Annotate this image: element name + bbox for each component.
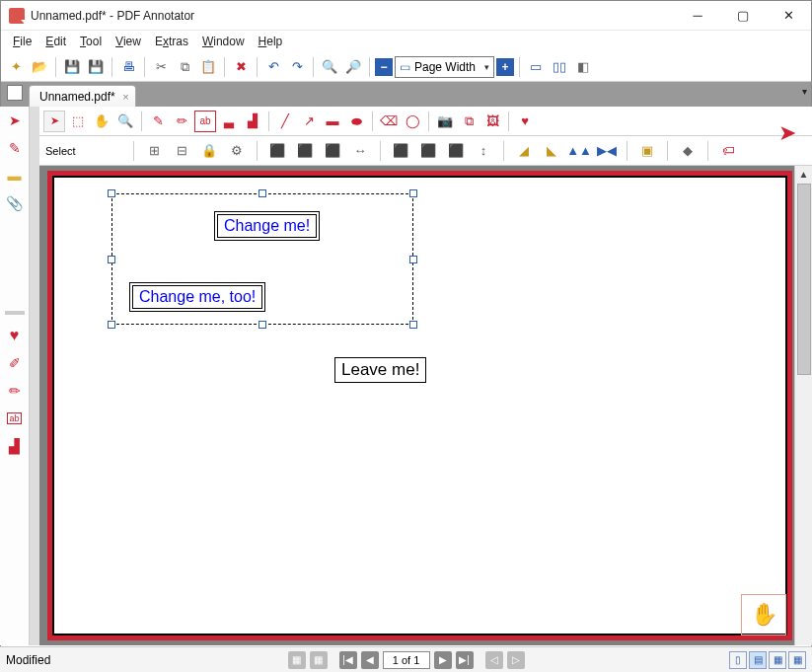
flip-h-button[interactable]: ▲▲ [568,140,590,162]
pen-annot[interactable]: ✎ [147,111,169,132]
text-tool[interactable]: ab [4,408,26,429]
bring-front-button[interactable]: ▣ [636,140,658,162]
menu-window[interactable]: Window [196,33,251,50]
tag-button[interactable]: 🏷 [717,140,739,162]
view-two-button[interactable]: ▦ [769,651,786,669]
group-button[interactable]: ⊞ [143,140,165,162]
tab-dropdown-icon[interactable]: ▾ [802,86,807,97]
zoom-out-button[interactable]: − [375,58,393,76]
delete-button[interactable]: ✖ [230,56,252,78]
pan-button[interactable]: ✋ [741,594,786,635]
nav-forward-button[interactable]: ▷ [507,651,525,669]
scroll-thumb[interactable] [797,184,811,375]
zoom-tool[interactable]: 🔍 [114,111,136,132]
nav-back-button[interactable]: ◁ [485,651,503,669]
next-page-button[interactable]: ▶ [434,651,452,669]
maximize-button[interactable]: ▢ [720,1,766,31]
close-tab-icon[interactable]: × [122,91,128,103]
rotate-right-button[interactable]: ◣ [541,140,562,162]
sidebar-splitter[interactable] [30,107,39,645]
open-button[interactable]: 📂 [29,56,50,78]
ungroup-button[interactable]: ⊟ [171,140,192,162]
scroll-up-icon[interactable]: ▲ [796,166,812,182]
eraser-tool[interactable]: ⌫ [378,111,400,132]
rotate-left-button[interactable]: ◢ [513,140,535,162]
paste-button[interactable]: 📋 [197,56,219,78]
align-right-button[interactable]: ⬛ [322,140,343,162]
resize-handle-sw[interactable] [108,321,115,329]
eraser-stroke-tool[interactable]: ◯ [402,111,423,132]
print-button[interactable]: 🖶 [117,56,139,78]
new-button[interactable]: ✦ [5,56,27,78]
close-button[interactable]: ✕ [766,1,811,31]
distribute-v-button[interactable]: ↕ [473,140,494,162]
resize-handle-nw[interactable] [108,189,115,197]
search-button[interactable]: 🔎 [342,56,364,78]
note-tool[interactable]: ▬ [4,165,26,187]
text-annot[interactable]: ab [194,111,216,132]
save-button[interactable]: 💾 [61,56,83,78]
page-canvas[interactable]: Change me! Change me, too! Leave me! [47,171,792,640]
resize-handle-n[interactable] [258,189,266,197]
resize-handle-s[interactable] [258,321,266,329]
image-tool[interactable]: 🖼 [481,111,503,132]
resize-handle-ne[interactable] [409,189,417,197]
align-bottom-button[interactable]: ⬛ [445,140,467,162]
save-as-button[interactable]: 💾 [85,56,107,78]
page-thumb-prev-icon[interactable]: ▦ [288,651,306,669]
stamp-annot[interactable]: ▟ [242,111,263,132]
pan-tool[interactable]: ✋ [91,111,112,132]
color-button[interactable]: ◆ [677,140,699,162]
select-tool[interactable]: ➤ [43,111,65,132]
marker-tool[interactable]: ✐ [4,352,26,374]
flip-v-button[interactable]: ▶◀ [596,140,618,162]
align-center-button[interactable]: ⬛ [294,140,316,162]
prev-page-button[interactable]: ◀ [361,651,379,669]
view-single-button[interactable]: ▯ [729,651,747,669]
crop-tool[interactable]: ⧉ [458,111,480,132]
copy-button[interactable]: ⧉ [174,56,195,78]
resize-handle-w[interactable] [108,256,115,263]
ellipse-tool[interactable]: ⬬ [345,111,367,132]
menu-edit[interactable]: Edit [39,33,72,50]
single-page-button[interactable]: ▭ [525,56,547,78]
favorites-icon[interactable]: ♥ [4,325,26,346]
lock-button[interactable]: 🔒 [198,140,220,162]
arrow-tool[interactable]: ↗ [298,111,320,132]
zoom-in-button[interactable]: + [496,58,514,76]
resize-handle-se[interactable] [409,321,417,329]
redo-button[interactable]: ↷ [286,56,308,78]
align-top-button[interactable]: ⬛ [390,140,411,162]
first-page-button[interactable]: |◀ [339,651,357,669]
lasso-tool[interactable]: ⬚ [67,111,89,132]
menu-file[interactable]: File [7,33,37,50]
page-thumb-next-icon[interactable]: ▦ [310,651,328,669]
pointer-tool[interactable]: ➤ [4,110,26,131]
stamp-tool[interactable]: ▟ [4,435,26,457]
line-tool[interactable]: ╱ [274,111,296,132]
cut-button[interactable]: ✂ [150,56,172,78]
minimize-button[interactable]: ─ [675,1,720,31]
menu-help[interactable]: Help [253,33,289,50]
menu-view[interactable]: View [110,33,147,50]
pen-tool[interactable]: ✎ [4,137,26,159]
vertical-scrollbar[interactable]: ▲ [794,166,812,645]
find-button[interactable]: 🔍 [319,56,340,78]
undo-button[interactable]: ↶ [262,56,284,78]
menu-extras[interactable]: Extras [149,33,194,50]
text-annotation-2[interactable]: Change me, too! [129,282,265,312]
text-annotation-1[interactable]: Change me! [214,211,320,241]
page-input[interactable] [383,651,430,669]
dark-mode-button[interactable]: ◧ [572,56,594,78]
marker-annot[interactable]: ✏ [171,111,192,132]
view-continuous-button[interactable]: ▤ [749,651,767,669]
zoom-select[interactable]: ▭ Page Width [395,56,494,78]
rect-tool[interactable]: ▬ [322,111,343,132]
align-left-button[interactable]: ⬛ [266,140,288,162]
document-tab[interactable]: Unnamed.pdf* × [29,85,136,107]
pencil-tool[interactable]: ✏ [4,380,26,402]
last-page-button[interactable]: ▶| [456,651,474,669]
menu-tool[interactable]: Tool [74,33,108,50]
settings-button[interactable]: ⚙ [226,140,248,162]
highlight-annot[interactable]: ▃ [218,111,240,132]
